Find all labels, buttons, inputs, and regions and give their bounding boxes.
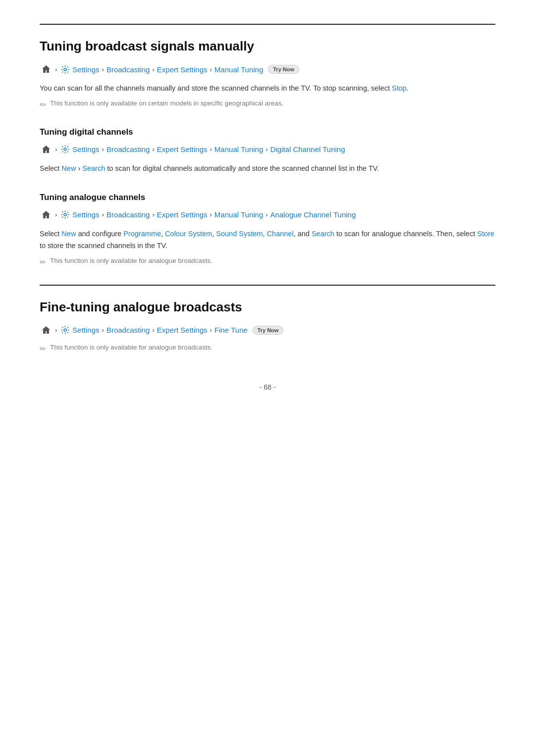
section3-note-row: ✏ This function is only available for an… xyxy=(40,257,495,267)
page-number: - 68 - xyxy=(40,383,495,391)
search-link-3[interactable]: Search xyxy=(312,230,334,238)
section3-title: Tuning analogue channels xyxy=(40,193,495,202)
section3-note: This function is only available for anal… xyxy=(50,257,213,264)
broadcasting-label-4[interactable]: Broadcasting xyxy=(107,326,150,334)
section4-note-row: ✏ This function is only available for an… xyxy=(40,344,495,353)
settings-icon-4 xyxy=(59,325,70,336)
section-tuning-manually: Tuning broadcast signals manually › Sett… xyxy=(40,24,495,109)
try-now-badge[interactable]: Try Now xyxy=(268,65,299,74)
svg-point-0 xyxy=(64,68,66,70)
section4-note: This function is only available for anal… xyxy=(50,344,213,351)
pencil-icon-3: ✏ xyxy=(40,257,46,267)
settings-label-2[interactable]: Settings xyxy=(72,145,99,153)
try-now-badge-4[interactable]: Try Now xyxy=(253,326,284,335)
colour-link[interactable]: Colour System xyxy=(165,230,212,238)
breadcrumb-section2: › Settings › Broadcasting › Expert Setti… xyxy=(40,143,495,156)
manual-tuning-label[interactable]: Manual Tuning xyxy=(214,65,263,74)
home-icon xyxy=(40,63,53,76)
section-fine-tuning: Fine-tuning analogue broadcasts › Settin… xyxy=(40,285,495,353)
section2-title: Tuning digital channels xyxy=(40,127,495,137)
pencil-icon: ✏ xyxy=(40,100,46,109)
broadcasting-label-3[interactable]: Broadcasting xyxy=(107,210,150,219)
section4-title: Fine-tuning analogue broadcasts xyxy=(40,285,495,315)
svg-point-3 xyxy=(64,329,66,331)
svg-point-1 xyxy=(64,148,66,151)
expert-settings-label-2[interactable]: Expert Settings xyxy=(157,145,208,153)
section-digital-channels: Tuning digital channels › Settings › Bro… xyxy=(40,127,495,175)
pencil-icon-4: ✏ xyxy=(40,344,46,353)
settings-icon-3 xyxy=(59,209,70,220)
fine-tune-label[interactable]: Fine Tune xyxy=(214,326,248,334)
svg-point-2 xyxy=(64,213,66,216)
sound-link[interactable]: Sound System xyxy=(216,230,263,238)
section1-note-row: ✏ This function is only available on cer… xyxy=(40,100,495,109)
settings-icon-2 xyxy=(59,144,70,155)
settings-label-3[interactable]: Settings xyxy=(72,210,99,219)
home-icon-3 xyxy=(40,208,53,221)
programme-link[interactable]: Programme xyxy=(123,230,161,238)
expert-settings-label-3[interactable]: Expert Settings xyxy=(157,210,208,219)
breadcrumb-section4: › Settings › Broadcasting › Expert Setti… xyxy=(40,324,495,337)
digital-channel-tuning-label[interactable]: Digital Channel Tuning xyxy=(270,145,345,153)
home-icon-4 xyxy=(40,324,53,337)
expert-settings-label-4[interactable]: Expert Settings xyxy=(157,326,208,334)
channel-link[interactable]: Channel xyxy=(267,230,294,238)
section3-body: Select New and configure Programme, Colo… xyxy=(40,228,495,252)
breadcrumb-section1: › Settings › Broadcasting › Expert Setti… xyxy=(40,63,495,76)
expert-settings-label[interactable]: Expert Settings xyxy=(157,65,208,74)
settings-icon xyxy=(59,64,70,75)
section-analogue-channels: Tuning analogue channels › Settings › Br… xyxy=(40,193,495,267)
section2-body: Select New › Search to scan for digital … xyxy=(40,163,495,175)
store-link[interactable]: Store xyxy=(477,230,494,238)
broadcasting-label-2[interactable]: Broadcasting xyxy=(107,145,150,153)
home-icon-2 xyxy=(40,143,53,156)
manual-tuning-label-2[interactable]: Manual Tuning xyxy=(214,145,263,153)
section1-body: You can scan for all the channels manual… xyxy=(40,83,495,95)
breadcrumb-section3: › Settings › Broadcasting › Expert Setti… xyxy=(40,208,495,221)
stop-link[interactable]: Stop xyxy=(392,84,407,92)
section1-title: Tuning broadcast signals manually xyxy=(40,24,495,54)
search-link-2[interactable]: Search xyxy=(82,164,105,172)
settings-label-4[interactable]: Settings xyxy=(72,326,99,334)
settings-label[interactable]: Settings xyxy=(72,65,99,74)
section1-note: This function is only available on certa… xyxy=(50,100,283,107)
broadcasting-label[interactable]: Broadcasting xyxy=(107,65,150,74)
analogue-channel-tuning-label[interactable]: Analogue Channel Tuning xyxy=(270,210,356,219)
manual-tuning-label-3[interactable]: Manual Tuning xyxy=(214,210,263,219)
new-link-2[interactable]: New xyxy=(61,164,76,172)
new-link-3[interactable]: New xyxy=(61,230,76,238)
